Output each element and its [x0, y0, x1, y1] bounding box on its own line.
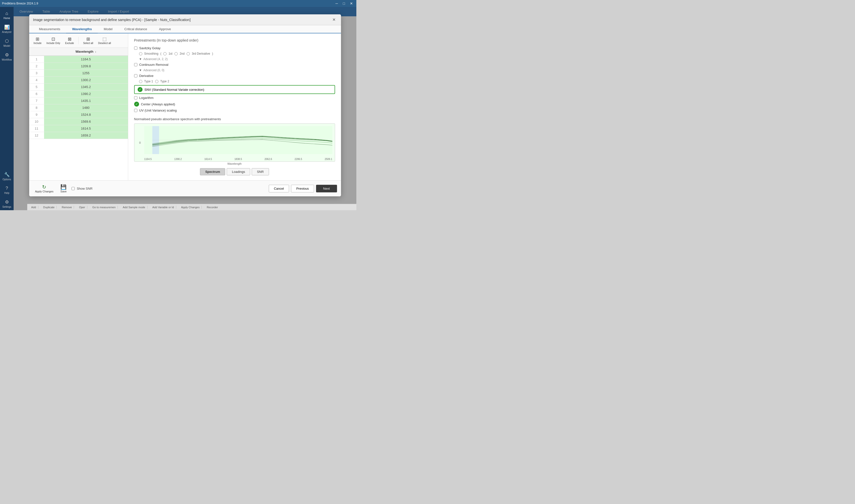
save-button[interactable]: 💾 Save	[58, 183, 69, 194]
sidebar-item-model[interactable]: ⬡ Model	[0, 36, 14, 49]
sidebar-item-home[interactable]: ⌂ Home	[0, 9, 14, 21]
left-panel: ⊞ Include ⊡ Include Only ⊠ Exclude	[29, 33, 128, 180]
status-apply-changes[interactable]: Apply Changes	[179, 206, 202, 209]
status-bar: Add Duplicate Remove Oper Go to measurem…	[27, 204, 356, 210]
dialog-tab-measurements[interactable]: Measurements	[33, 25, 66, 33]
table-row[interactable]: 71435.1	[29, 97, 128, 104]
table-row[interactable]: 91524.8	[29, 111, 128, 118]
maximize-button[interactable]: □	[342, 1, 347, 6]
logarithm-checkbox[interactable]	[134, 96, 137, 100]
dialog-tab-critical-distance[interactable]: Critical distance	[119, 25, 153, 33]
include-only-label: Include Only	[47, 42, 60, 44]
x-label-1: 1390.2	[174, 158, 182, 161]
continuum-removal-label: Continuum Removal	[139, 63, 169, 67]
snv-label: SNV (Standard Normal Variate correction)	[144, 88, 205, 91]
status-oper[interactable]: Oper	[77, 206, 87, 209]
sidebar-item-help[interactable]: ? Help	[0, 184, 14, 196]
sidebar-item-analyzer[interactable]: 📊 Analyzer	[0, 22, 14, 35]
home-icon: ⌂	[5, 11, 8, 16]
table-row[interactable]: 101569.6	[29, 118, 128, 125]
row-value-cell: 1659.2	[44, 132, 128, 139]
row-num-cell: 4	[29, 77, 44, 84]
table-row[interactable]: 111614.5	[29, 125, 128, 132]
select-all-button[interactable]: ⊞ Select all	[82, 35, 95, 46]
exclude-button[interactable]: ⊠ Exclude	[64, 35, 75, 46]
status-duplicate[interactable]: Duplicate	[41, 206, 57, 209]
cancel-button[interactable]: Cancel	[269, 185, 289, 193]
pt-smoothing-row: Smoothing ( 1st 2nd 3rd Derivative )	[139, 52, 335, 55]
include-button[interactable]: ⊞ Include	[32, 35, 43, 46]
spectrum-button[interactable]: Spectrum	[200, 168, 225, 175]
col-num	[29, 48, 44, 56]
savitzky-golay-checkbox[interactable]	[134, 47, 137, 50]
col-wavelength[interactable]: Wavelength ↕	[44, 48, 128, 56]
table-toolbar: ⊞ Include ⊡ Include Only ⊠ Exclude	[29, 33, 128, 48]
include-only-button[interactable]: ⊡ Include Only	[45, 35, 62, 46]
next-button[interactable]: Next	[316, 185, 337, 193]
show-snr-checkbox[interactable]	[71, 187, 75, 190]
row-value-cell: 1209.8	[44, 63, 128, 70]
table-row[interactable]: 41300.2	[29, 77, 128, 84]
help-icon: ?	[5, 186, 8, 191]
table-row[interactable]: 81480	[29, 104, 128, 111]
table-row[interactable]: 51345.2	[29, 84, 128, 91]
apply-changes-button[interactable]: ↻ Apply Changes	[33, 183, 56, 194]
smoothing-radio[interactable]	[139, 52, 142, 55]
minimize-button[interactable]: ─	[334, 1, 339, 6]
dialog-overlay: Image segmentation to remove background …	[14, 7, 356, 210]
table-row[interactable]: 61390.2	[29, 91, 128, 97]
derivative-checkbox[interactable]	[134, 74, 137, 77]
smoothing-1st-radio[interactable]	[163, 52, 167, 55]
dialog-close-button[interactable]: ✕	[331, 17, 337, 22]
status-remove[interactable]: Remove	[60, 206, 74, 209]
chart-y-zero: 0	[139, 141, 141, 144]
sidebar-label-settings: Settings	[2, 205, 11, 208]
table-row[interactable]: 31255	[29, 70, 128, 77]
derivative-type2-radio[interactable]	[155, 80, 158, 83]
status-recorder[interactable]: Recorder	[205, 206, 220, 209]
loadings-button[interactable]: Loadings	[227, 168, 250, 175]
previous-button[interactable]: Previous	[291, 185, 314, 193]
uv-scaling-label: UV (Unit Variance) scaling	[139, 109, 177, 112]
row-num-cell: 5	[29, 84, 44, 91]
app-titlebar: Prediktera Breeze 2024.1.9 ─ □ ✕	[0, 0, 356, 7]
status-add-variable-id[interactable]: Add Variable or Id	[151, 206, 176, 209]
sg-advanced-label: Advanced (4, 2, 2)	[143, 57, 168, 61]
cr-collapse-arrow[interactable]: ▼	[139, 69, 142, 72]
dialog-tab-wavelengths[interactable]: Wavelengths	[66, 25, 98, 33]
chart-title: Normalised pseudo absorbance spectrum wi…	[134, 117, 335, 121]
smoothing-paren-close: )	[212, 52, 213, 55]
save-label: Save	[60, 190, 67, 193]
continuum-removal-checkbox[interactable]	[134, 63, 137, 66]
deselect-all-button[interactable]: ⬚ Deselect all	[97, 35, 112, 46]
derivative-type1-radio[interactable]	[139, 80, 142, 83]
chart-section: Normalised pseudo absorbance spectrum wi…	[134, 117, 335, 175]
status-go-to-measurement[interactable]: Go to measuremen	[90, 206, 118, 209]
smoothing-3rd-radio[interactable]	[187, 52, 190, 55]
table-row[interactable]: 11164.5	[29, 56, 128, 63]
toolbar-divider	[78, 37, 79, 44]
select-all-icon: ⊞	[86, 36, 90, 42]
cr-advanced-label: Advanced (0, 0)	[143, 69, 164, 72]
dialog-tab-approve[interactable]: Approve	[153, 25, 177, 33]
sidebar-item-settings[interactable]: ⚙ Settings	[0, 197, 14, 210]
row-value-cell: 1164.5	[44, 56, 128, 63]
smoothing-2nd-radio[interactable]	[174, 52, 178, 55]
table-row[interactable]: 21209.8	[29, 63, 128, 70]
x-label-6: 2509.1	[325, 158, 332, 161]
pt-logarithm: Logarithm	[134, 96, 335, 100]
smoothing-2nd-label: 2nd	[180, 52, 185, 55]
status-add[interactable]: Add	[29, 206, 38, 209]
wavelength-table-container[interactable]: Wavelength ↕ 11164.521209.83125541300.25…	[29, 48, 128, 180]
dialog-tab-model[interactable]: Model	[98, 25, 118, 33]
status-add-sample-mode[interactable]: Add Sample mode	[121, 206, 147, 209]
sidebar-item-workflow[interactable]: ⚙ Workflow	[0, 50, 14, 63]
uv-scaling-checkbox[interactable]	[134, 109, 137, 112]
sidebar-item-options[interactable]: 🔧 Options	[0, 170, 14, 183]
options-icon: 🔧	[4, 172, 10, 177]
table-row[interactable]: 121659.2	[29, 132, 128, 139]
app-close-button[interactable]: ✕	[348, 1, 354, 6]
sidebar-label-options: Options	[2, 178, 11, 181]
sg-collapse-arrow[interactable]: ▼	[139, 57, 142, 61]
snr-button[interactable]: SNR	[252, 168, 269, 175]
